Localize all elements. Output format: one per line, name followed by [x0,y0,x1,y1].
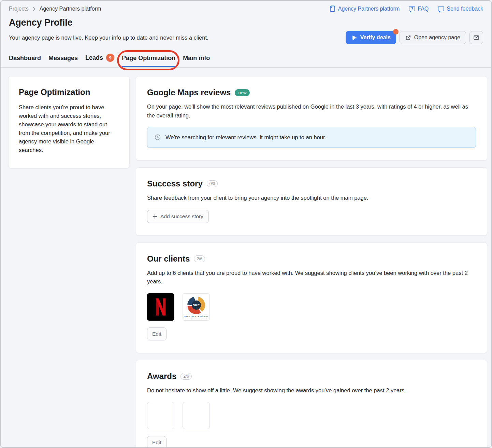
clock-icon [154,134,161,141]
link-faq[interactable]: ? FAQ [409,6,429,12]
mail-icon [473,34,480,41]
link-send-feedback[interactable]: Send feedback [438,6,483,12]
google-maps-reviews-card: Google Maps reviews new On your page, we… [136,76,487,160]
tab-leads[interactable]: Leads 9 [85,54,114,67]
chevron-right-icon [33,7,35,11]
section-description: On your page, we’ll show the most releva… [147,102,476,120]
tab-main-info[interactable]: Main info [183,55,210,67]
client-logo-okr: OKR OBJECTIVE KEY RESULTS [183,293,210,321]
external-link-icon [405,35,411,41]
tab-messages[interactable]: Messages [48,55,78,67]
chat-bubble-icon [438,6,444,11]
mail-button[interactable] [469,31,483,44]
journal-icon [330,5,335,12]
tab-dashboard[interactable]: Dashboard [9,55,41,67]
count-badge: 2/6 [180,373,192,380]
okr-pie-icon: OKR [187,296,205,314]
new-badge: new [235,89,250,96]
top-link-label: Agency Partners platform [338,6,400,12]
add-success-story-label: Add success story [160,213,203,220]
awards-card: Awards 2/6 Do not hesitate to show off a… [136,360,487,448]
netflix-n-icon [156,298,166,316]
section-title: Success story [147,179,203,188]
open-agency-page-button[interactable]: Open agency page [400,31,466,44]
okr-caption: OBJECTIVE KEY RESULTS [184,316,208,318]
verify-deals-button[interactable]: Verify deals [346,31,396,44]
leads-count-badge: 9 [106,54,114,62]
client-logos-row: OKR OBJECTIVE KEY RESULTS [147,293,476,321]
client-logo-netflix [147,293,174,321]
link-agency-partners-platform[interactable]: Agency Partners platform [330,5,400,12]
page-optimization-summary-card: Page Optimization Share clients you’re p… [8,76,130,168]
section-description: Do not hesitate to show off a little. We… [147,386,476,395]
page-header: Projects Agency Partners platform Agency… [1,1,491,44]
alert-text: We’re searching for relevant reviews. It… [165,134,326,141]
award-placeholder [147,402,174,429]
tab-label: Messages [48,55,78,62]
add-success-story-button[interactable]: Add success story [147,210,209,223]
summary-card-title: Page Optimization [19,87,119,97]
edit-awards-label: Edit [152,439,161,446]
breadcrumb-projects[interactable]: Projects [9,6,29,12]
top-link-label: Send feedback [447,6,483,12]
searching-reviews-alert: We’re searching for relevant reviews. It… [147,127,476,148]
faq-bubble-icon: ? [409,6,415,11]
tab-page-optimization[interactable]: Page Optimization [122,55,175,67]
page-subtitle: Your agency page is now live. Keep your … [9,34,208,41]
count-badge: 0/3 [207,180,218,187]
okr-center-label: OKR [192,300,201,310]
notification-dot [393,29,399,34]
page-title: Agency Profile [9,17,483,28]
count-badge: 2/6 [194,255,205,262]
tab-label: Main info [183,55,210,62]
edit-clients-button[interactable]: Edit [147,327,167,340]
tab-label: Leads [85,54,103,61]
our-clients-card: Our clients 2/6 Add up to 6 clients that… [136,242,487,353]
main-content: Page Optimization Share clients you’re p… [1,68,491,448]
section-description: Share feedback from your client to bring… [147,194,476,202]
verify-deals-label: Verify deals [360,34,391,41]
edit-clients-label: Edit [152,331,161,337]
megaphone-icon [351,34,357,41]
awards-row [147,402,476,429]
open-agency-page-label: Open agency page [414,34,460,41]
success-story-card: Success story 0/3 Share feedback from yo… [136,167,487,236]
edit-awards-button[interactable]: Edit [147,436,167,448]
tab-label: Dashboard [9,55,41,62]
tab-bar: Dashboard Messages Leads 9 Page Optimiza… [1,44,491,68]
tab-label: Page Optimization [122,55,175,62]
breadcrumb: Projects Agency Partners platform [9,6,101,12]
section-title: Google Maps reviews [147,88,231,97]
section-description: Add up to 6 clients that you are proud t… [147,269,476,286]
section-title: Awards [147,372,176,381]
breadcrumb-current: Agency Partners platform [40,6,101,12]
plus-icon [153,214,157,219]
award-placeholder [183,402,210,429]
top-link-label: FAQ [418,6,429,12]
section-title: Our clients [147,254,190,264]
summary-card-description: Share clients you’re proud to have worke… [19,103,119,154]
